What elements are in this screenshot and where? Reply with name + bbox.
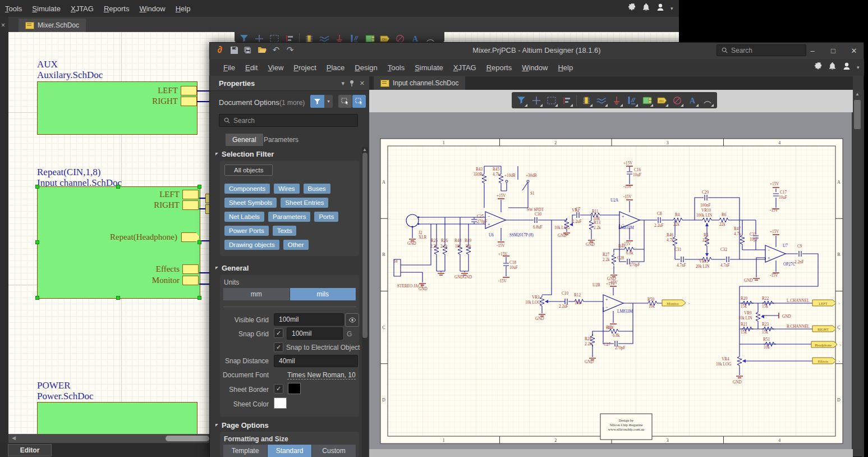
minimize-button[interactable]: – bbox=[806, 45, 819, 56]
scrollbar-thumb[interactable] bbox=[854, 100, 861, 129]
place-port-icon[interactable]: D1 bbox=[378, 32, 392, 42]
document-font-value[interactable]: Times New Roman, 10 bbox=[287, 371, 356, 380]
move-icon[interactable] bbox=[529, 93, 544, 108]
user-caret-icon[interactable]: ▾ bbox=[670, 6, 673, 11]
filter-all-objects-button[interactable]: All objects bbox=[224, 164, 273, 176]
sheet-border-checkbox[interactable]: ✓ bbox=[274, 384, 283, 394]
select-area-icon[interactable] bbox=[267, 32, 282, 42]
properties-search-box[interactable]: Search bbox=[219, 114, 358, 127]
sheet-entry-right[interactable] bbox=[182, 200, 199, 210]
scrollbar-thumb[interactable] bbox=[166, 436, 209, 441]
place-part-icon[interactable] bbox=[302, 32, 316, 42]
place-part-icon[interactable] bbox=[579, 93, 594, 108]
selection-handle[interactable] bbox=[35, 240, 39, 244]
save-icon[interactable] bbox=[229, 44, 239, 56]
snap-electrical-checkbox[interactable]: ✓ bbox=[274, 342, 283, 352]
menu-xjtag[interactable]: XJTAG bbox=[448, 63, 481, 72]
selection-handle[interactable] bbox=[35, 185, 39, 189]
panel-dropdown-icon[interactable]: ▾ bbox=[341, 80, 345, 87]
place-bus-entry-icon[interactable] bbox=[347, 32, 362, 42]
filter-caret-icon[interactable]: ▾ bbox=[324, 95, 333, 108]
snap-grid-checkbox[interactable]: ✓ bbox=[274, 328, 283, 338]
filter-parameters-button[interactable]: Parameters bbox=[268, 212, 310, 222]
menu-place[interactable]: Place bbox=[322, 63, 350, 72]
place-text-icon[interactable]: A bbox=[685, 93, 700, 108]
sheet-border-color-swatch[interactable] bbox=[288, 383, 301, 394]
units-mm-button[interactable]: mm bbox=[223, 288, 290, 300]
place-no-erc-icon[interactable] bbox=[393, 32, 407, 42]
save-all-icon[interactable] bbox=[243, 44, 253, 56]
user-icon[interactable] bbox=[656, 3, 665, 14]
filter-texts-button[interactable]: Texts bbox=[273, 226, 297, 236]
redo-icon[interactable]: ↷ bbox=[285, 44, 295, 56]
bg-menu-help[interactable]: Help bbox=[171, 4, 196, 13]
place-wire-icon[interactable] bbox=[594, 93, 609, 108]
menu-project[interactable]: Project bbox=[288, 63, 321, 72]
filter-net-labels-button[interactable]: Net Labels bbox=[224, 212, 264, 222]
scroll-left-icon[interactable]: ◀ bbox=[12, 435, 16, 441]
canvas-horizontal-scrollbar[interactable] bbox=[369, 449, 853, 457]
panel-close-icon[interactable]: ✕ bbox=[360, 80, 365, 87]
menu-view[interactable]: View bbox=[263, 63, 288, 72]
filter-wires-button[interactable]: Wires bbox=[274, 184, 299, 194]
place-arc-icon[interactable] bbox=[700, 93, 715, 108]
panel-close-icon[interactable]: × bbox=[1, 21, 5, 29]
panel-more-label[interactable]: (1 more) bbox=[279, 99, 305, 107]
filter-button[interactable] bbox=[310, 95, 324, 108]
place-sheet-symbol-icon[interactable] bbox=[362, 32, 377, 42]
open-folder-icon[interactable] bbox=[257, 44, 267, 56]
user-caret-icon[interactable]: ▾ bbox=[857, 65, 860, 70]
filter-sheet-entries-button[interactable]: Sheet Entries bbox=[281, 198, 328, 208]
selection-handle[interactable] bbox=[116, 185, 120, 189]
section-selection-filter[interactable]: Selection Filter bbox=[215, 150, 274, 158]
align-icon[interactable] bbox=[282, 32, 297, 42]
units-mils-button[interactable]: mils bbox=[290, 288, 357, 300]
visible-grid-input[interactable]: 100mil bbox=[274, 313, 344, 326]
sheet-color-swatch[interactable] bbox=[274, 397, 287, 409]
bell-icon[interactable] bbox=[642, 3, 650, 14]
place-no-erc-icon[interactable] bbox=[670, 93, 685, 108]
menu-edit[interactable]: Edit bbox=[240, 63, 263, 72]
sheet-entry-left[interactable] bbox=[181, 86, 197, 95]
pin-icon[interactable] bbox=[349, 80, 355, 88]
menu-reports[interactable]: Reports bbox=[481, 63, 517, 72]
bg-menu-reports[interactable]: Reports bbox=[99, 4, 135, 13]
menu-simulate[interactable]: Simulate bbox=[410, 63, 448, 72]
sheet-entry-right[interactable] bbox=[181, 97, 197, 106]
place-bus-entry-icon[interactable] bbox=[624, 93, 639, 108]
bg-menu-tools[interactable]: Tools bbox=[0, 4, 27, 13]
place-wire-icon[interactable] bbox=[317, 32, 332, 42]
selection-handle[interactable] bbox=[35, 296, 39, 300]
select-area-icon[interactable] bbox=[544, 93, 559, 108]
place-power-port-icon[interactable] bbox=[332, 32, 347, 42]
gear-icon[interactable] bbox=[814, 62, 823, 73]
sheet-symbol-input-channel[interactable]: LEFT RIGHT Repeat(Headphone) Effects Mon… bbox=[37, 186, 200, 299]
schematic-canvas[interactable]: 11223344AABBCCDD−++−+−−+Monitor>LEFT>RIG… bbox=[369, 112, 852, 449]
app-search-box[interactable]: Search bbox=[717, 44, 806, 56]
filter-other-button[interactable]: Other bbox=[283, 240, 309, 250]
tab-input-channel[interactable]: Input channel.SchDoc bbox=[374, 76, 465, 90]
undo-icon[interactable]: ↶ bbox=[271, 44, 281, 56]
menu-design[interactable]: Design bbox=[350, 63, 382, 72]
page-custom-button[interactable]: Custom bbox=[312, 445, 356, 457]
selection-handle[interactable] bbox=[116, 296, 120, 300]
filter-drawing-objects-button[interactable]: Drawing objects bbox=[224, 240, 279, 250]
page-standard-button[interactable]: Standard bbox=[268, 445, 312, 457]
bg-menu-xjtag[interactable]: XJTAG bbox=[66, 4, 99, 13]
filter-power-ports-button[interactable]: Power Ports bbox=[224, 226, 269, 236]
menu-help[interactable]: Help bbox=[553, 63, 578, 72]
selection-handle[interactable] bbox=[198, 296, 201, 300]
snap-distance-input[interactable]: 40mil bbox=[274, 355, 358, 367]
section-page-options[interactable]: Page Options bbox=[215, 421, 269, 429]
align-icon[interactable] bbox=[559, 93, 574, 108]
selection-handle[interactable] bbox=[198, 240, 201, 244]
bg-menu-simulate[interactable]: Simulate bbox=[27, 4, 66, 13]
menu-window[interactable]: Window bbox=[517, 63, 553, 72]
move-icon[interactable] bbox=[252, 32, 267, 42]
bg-tab-mixer[interactable]: Mixer.SchDoc bbox=[19, 19, 86, 32]
place-sheet-symbol-icon[interactable] bbox=[640, 93, 654, 108]
editor-button[interactable]: Editor bbox=[8, 444, 52, 456]
section-general[interactable]: General bbox=[215, 264, 249, 272]
place-arc-icon[interactable] bbox=[423, 32, 438, 42]
title-bar[interactable]: Mixer.PrjPCB - Altium Designer (18.1.6) … bbox=[209, 42, 864, 59]
